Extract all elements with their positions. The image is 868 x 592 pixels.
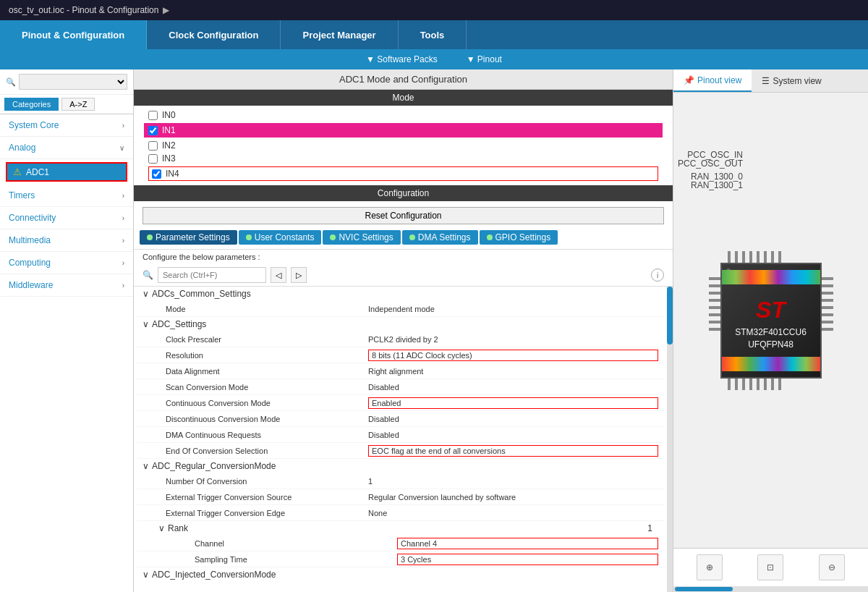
tab-nvic-settings[interactable]: NVIC Settings [323,230,400,245]
pin-label: RAN_1300_1 [678,181,743,190]
sidebar-item-middleware[interactable]: Middleware › [0,274,133,297]
params-table: ∨ ADCs_Common_Settings Mode Independent … [134,287,667,592]
param-row-sampling-time: Sampling Time 3 Cycles [137,551,664,567]
param-name-resolution: Resolution [166,351,368,360]
scrollbar-thumb[interactable] [667,287,673,344]
param-name-clock-prescaler: Clock Prescaler [166,335,368,344]
chip-pin-top [757,251,760,263]
chip-pin-right [822,292,833,295]
tab-gpio-settings[interactable]: GPIO Settings [480,230,558,245]
tab-pinout-view[interactable]: 📌 Pinout view [673,69,752,92]
chevron-right-icon-timers: › [122,192,124,200]
rank-value: 1 [647,523,658,533]
chip-body: ST STM32F401CCU6 UFQFPN48 [720,263,822,379]
param-row-num-conversion: Number Of Conversion 1 [137,473,664,489]
chevron-down-icon: ∨ [119,144,124,152]
expand-button[interactable]: ▷ [291,267,307,283]
chip-pin-left [709,292,720,295]
tab-categories[interactable]: Categories [4,98,59,111]
param-value-clock-prescaler: PCLK2 divided by 2 [368,335,658,344]
group-injected-conversion[interactable]: ∨ ADC_Injected_ConversionMode [137,567,664,582]
warning-icon: ⚠ [13,166,22,177]
in2-checkbox[interactable] [148,141,158,151]
tab-tools[interactable]: Tools [399,20,467,49]
tab-dma-settings[interactable]: DMA Settings [402,230,478,245]
system-core-label: System Core [9,120,59,130]
tab-project[interactable]: Project Manager [281,20,398,49]
param-value-eoc: EOC flag at the end of all conversions [368,445,658,457]
system-view-icon: ☰ [762,76,770,86]
sidebar-item-multimedia[interactable]: Multimedia › [0,229,133,252]
chip-pin-bottom [735,379,738,390]
sidebar-item-computing[interactable]: Computing › [0,252,133,274]
sidebar-item-connectivity[interactable]: Connectivity › [0,207,133,229]
zoom-out-button[interactable]: ⊖ [819,554,845,580]
param-row-dma-continuous: DMA Continuous Requests Disabled [137,427,664,443]
chip-pin-bottom [757,379,760,390]
chip-pin-left [709,328,720,331]
chip-pin-right [822,321,833,324]
dot-icon-2 [246,234,252,240]
in1-checkbox[interactable] [148,126,158,135]
chip-pin-left [709,313,720,316]
chip-pin-top [742,251,745,263]
zoom-in-button[interactable]: ⊕ [697,554,723,580]
sidebar: 🔍 Categories A->Z System Core › Analog ∨… [0,69,134,592]
chip-pin-top [764,251,767,263]
tab-az[interactable]: A->Z [61,98,95,111]
collapse-button[interactable]: ◁ [271,267,286,283]
config-tabs: Parameter Settings User Constants NVIC S… [134,230,673,249]
mode-item-in1: IN1 [144,123,663,138]
group-rank[interactable]: ∨ Rank 1 [137,521,664,536]
in4-checkbox[interactable] [152,169,161,179]
group-injected-label: ADC_Injected_ConversionMode [152,570,276,580]
param-row-continuous-conversion: Continuous Conversion Mode Enabled [137,395,664,411]
horizontal-scrollbar[interactable] [673,586,868,592]
horizontal-scrollbar-thumb[interactable] [675,587,733,591]
mode-item-in4: IN4 [148,166,658,181]
in3-checkbox[interactable] [148,154,158,164]
param-search-input[interactable] [158,267,266,283]
content-with-scroll: ∨ ADCs_Common_Settings Mode Independent … [134,287,673,592]
info-icon[interactable]: i [651,268,664,282]
group-regular-label: ADC_Regular_ConversionMode [152,461,276,471]
sidebar-tabs: Categories A->Z [0,95,133,114]
search-icon: 🔍 [6,77,16,87]
tab-user-constants[interactable]: User Constants [239,230,322,245]
group-adc-settings[interactable]: ∨ ADC_Settings [137,317,664,331]
in0-checkbox[interactable] [148,111,158,120]
scrollbar[interactable] [667,287,673,592]
mode-item-in3: IN3 [148,153,658,164]
sub-software-packs[interactable]: ▼ Software Packs [366,54,438,64]
chip-pin-top [728,251,731,263]
param-row-data-alignment: Data Alignment Right alignment [137,363,664,379]
reset-configuration-button[interactable]: Reset Configuration [142,207,664,224]
chip-pin-top [771,251,774,263]
group-adcs-common[interactable]: ∨ ADCs_Common_Settings [137,287,664,301]
content-area: ADC1 Mode and Configuration Mode IN0 IN1… [134,69,673,592]
content-inner: ∨ ADCs_Common_Settings Mode Independent … [134,287,667,592]
param-value-scan-conversion: Disabled [368,383,658,392]
tab-system-view[interactable]: ☰ System view [752,69,831,92]
sidebar-item-adc1[interactable]: ⚠ ADC1 [6,162,127,182]
group-adc-label: ADC_Settings [152,319,206,329]
param-name-scan-conversion: Scan Conversion Mode [166,383,368,392]
tab-pinout[interactable]: Pinout & Configuration [0,20,147,49]
chip-pin-bottom [749,379,752,390]
sidebar-item-timers[interactable]: Timers › [0,185,133,207]
sidebar-search-select[interactable] [19,74,127,90]
fit-button[interactable]: ⊡ [757,554,783,580]
chevron-right-icon-comp: › [122,259,124,267]
group-regular-conversion[interactable]: ∨ ADC_Regular_ConversionMode [137,459,664,473]
tab-parameter-settings[interactable]: Parameter Settings [140,230,237,245]
analog-label: Analog [9,143,35,153]
tab-user-label: User Constants [255,232,315,242]
group-rank-label: Rank [168,523,188,533]
tab-clock[interactable]: Clock Configuration [147,20,281,49]
param-value-ext-trigger-source: Regular Conversion launched by software [368,493,658,502]
param-row-resolution: Resolution 8 bits (11 ADC Clock cycles) [137,347,664,363]
sidebar-item-system-core[interactable]: System Core › [0,114,133,137]
system-view-label: System view [773,76,821,86]
sub-pinout[interactable]: ▼ Pinout [467,54,502,64]
sidebar-item-analog[interactable]: Analog ∨ [0,137,133,159]
